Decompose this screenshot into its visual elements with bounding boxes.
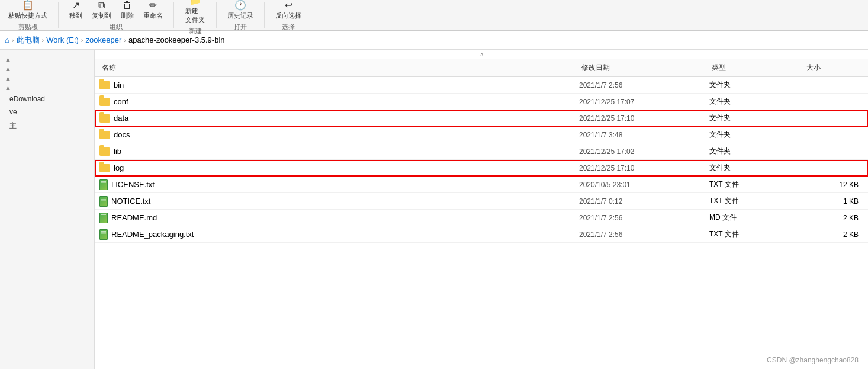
toolbar-group-organize: ↗ 移到 ⧉ 复制到 🗑 删除 ✏ 重命名 组织 — [66, 2, 174, 28]
breadcrumb-work-drive[interactable]: Work (E:) — [46, 36, 79, 44]
file-type: 文件夹 — [709, 113, 804, 123]
file-modified: 2021/12/25 17:02 — [579, 147, 709, 156]
col-header-modified[interactable]: 修改日期 — [579, 59, 709, 76]
rename-icon: ✏ — [149, 1, 157, 10]
sidebar-item-main[interactable]: 主 — [0, 118, 94, 133]
toolbar-group-select: ↩ 反向选择 选择 — [272, 2, 312, 28]
file-modified: 2021/1/7 2:56 — [579, 230, 709, 239]
file-name: docs — [114, 130, 130, 139]
nav-arrow-up[interactable]: ▲ — [0, 54, 94, 64]
move-label: 移到 — [69, 11, 82, 20]
table-row[interactable]: lib2021/12/25 17:02文件夹 — [95, 143, 868, 160]
table-row[interactable]: bin2021/1/7 2:56文件夹 — [95, 77, 868, 94]
sidebar-item-edownload[interactable]: eDownload — [0, 92, 94, 105]
file-modified: 2021/12/25 17:10 — [579, 114, 709, 123]
file-type: 文件夹 — [709, 130, 804, 140]
reverse-select-button[interactable]: ↩ 反向选择 — [272, 0, 305, 21]
select-group-label: 选择 — [282, 23, 295, 31]
sidebar-item-ve[interactable]: ve — [0, 105, 94, 118]
table-row[interactable]: conf2021/12/25 17:07文件夹 — [95, 94, 868, 110]
select-buttons: ↩ 反向选择 — [272, 0, 305, 21]
nav-arrow-down[interactable]: ▲ — [0, 64, 94, 73]
delete-button[interactable]: 🗑 删除 — [117, 0, 137, 21]
file-modified: 2021/1/7 2:56 — [579, 81, 709, 89]
file-name: README.md — [111, 213, 157, 222]
copy-icon: ⧉ — [98, 1, 105, 10]
file-type: 文件夹 — [709, 80, 804, 90]
copy-to-button[interactable]: ⧉ 复制到 — [88, 0, 115, 21]
file-name-cell: README.md — [99, 213, 579, 223]
paste-shortcut-button[interactable]: 📋 粘贴快捷方式 — [5, 0, 51, 21]
table-row[interactable]: README_packaging.txt2021/1/7 2:56TXT 文件2… — [95, 226, 868, 243]
move-to-button[interactable]: ↗ 移到 — [66, 0, 86, 21]
file-size: 12 KB — [804, 181, 863, 189]
file-modified: 2021/1/7 2:56 — [579, 214, 709, 222]
file-name-cell: lib — [99, 147, 579, 156]
folder-icon — [99, 147, 110, 156]
toolbar-group-open: 🕐 历史记录 打开 — [224, 2, 265, 28]
file-type: 文件夹 — [709, 146, 804, 156]
breadcrumb-zookeeper[interactable]: zookeeper — [86, 36, 122, 44]
table-row[interactable]: data2021/12/25 17:10文件夹 — [95, 110, 868, 127]
history-label: 历史记录 — [227, 11, 253, 20]
rename-button[interactable]: ✏ 重命名 — [140, 0, 166, 21]
file-name-cell: conf — [99, 97, 579, 106]
clipboard-group-label: 剪贴板 — [18, 23, 38, 31]
organize-buttons: ↗ 移到 ⧉ 复制到 🗑 删除 ✏ 重命名 — [66, 0, 166, 21]
col-header-size[interactable]: 大小 — [804, 59, 863, 76]
clipboard-buttons: 📋 粘贴快捷方式 — [5, 0, 51, 21]
reverse-select-label: 反向选择 — [275, 11, 301, 20]
file-txt-icon — [99, 229, 108, 240]
scroll-up-indicator[interactable]: ∧ — [95, 50, 868, 59]
col-header-name[interactable]: 名称 — [99, 59, 579, 76]
table-row[interactable]: NOTICE.txt2021/1/7 0:12TXT 文件1 KB — [95, 193, 868, 210]
sidebar: ▲ ▲ ▲ ▲ eDownload ve 主 — [0, 50, 95, 369]
file-name-cell: docs — [99, 130, 579, 139]
new-folder-label: 新建 文件夹 — [185, 7, 205, 24]
file-name: data — [114, 114, 128, 123]
table-row[interactable]: README.md2021/1/7 2:56MD 文件2 KB — [95, 210, 868, 226]
sidebar-item-edownload-label: eDownload — [9, 95, 45, 103]
file-list: bin2021/1/7 2:56文件夹conf2021/12/25 17:07文… — [95, 77, 868, 243]
breadcrumb-current: apache-zookeeper-3.5.9-bin — [128, 36, 225, 44]
table-row[interactable]: docs2021/1/7 3:48文件夹 — [95, 127, 868, 143]
file-size: 2 KB — [804, 214, 863, 222]
history-icon: 🕐 — [234, 1, 246, 10]
file-txt-icon — [99, 179, 108, 190]
nav-arrow-right[interactable]: ▲ — [0, 73, 94, 83]
file-name: lib — [114, 147, 121, 156]
nav-arrow-left[interactable]: ▲ — [0, 83, 94, 92]
file-modified: 2021/12/25 17:10 — [579, 164, 709, 172]
delete-icon: 🗑 — [123, 1, 132, 10]
move-icon: ↗ — [72, 1, 80, 10]
file-name: conf — [114, 97, 128, 106]
file-type: 文件夹 — [709, 97, 804, 107]
open-buttons: 🕐 历史记录 — [224, 0, 257, 21]
breadcrumb-sep-1: › — [42, 37, 44, 44]
file-name-cell: NOTICE.txt — [99, 196, 579, 207]
sidebar-item-main-label: 主 — [9, 121, 17, 131]
table-row[interactable]: log2021/12/25 17:10文件夹 — [95, 160, 868, 177]
file-size: 1 KB — [804, 197, 863, 206]
history-button[interactable]: 🕐 历史记录 — [224, 0, 257, 21]
file-name: NOTICE.txt — [111, 197, 150, 206]
breadcrumb-home[interactable]: ⌂ — [5, 36, 9, 44]
file-name-cell: bin — [99, 81, 579, 89]
toolbar: 📋 粘贴快捷方式 剪贴板 ↗ 移到 ⧉ 复制到 🗑 删除 ✏ 重命名 — [0, 0, 868, 31]
breadcrumb-this-pc[interactable]: 此电脑 — [17, 35, 40, 46]
delete-label: 删除 — [121, 11, 134, 20]
file-size: 2 KB — [804, 230, 863, 239]
toolbar-group-new: 📁 新建 文件夹 新建 — [181, 2, 217, 28]
toolbar-group-clipboard: 📋 粘贴快捷方式 剪贴板 — [5, 2, 59, 28]
col-header-type[interactable]: 类型 — [709, 59, 804, 76]
table-row[interactable]: LICENSE.txt2020/10/5 23:01TXT 文件12 KB — [95, 177, 868, 193]
file-name: log — [114, 163, 124, 172]
reverse-select-icon: ↩ — [285, 1, 292, 10]
breadcrumb-sep-2: › — [81, 37, 83, 44]
new-folder-button[interactable]: 📁 新建 文件夹 — [182, 0, 208, 25]
file-modified: 2021/12/25 17:07 — [579, 98, 709, 106]
file-type: TXT 文件 — [709, 196, 804, 206]
file-modified: 2020/10/5 23:01 — [579, 181, 709, 189]
file-area: ∧ 名称 修改日期 类型 大小 bin2021/1/7 2:56文件夹conf2… — [95, 50, 868, 369]
file-type: TXT 文件 — [709, 229, 804, 239]
